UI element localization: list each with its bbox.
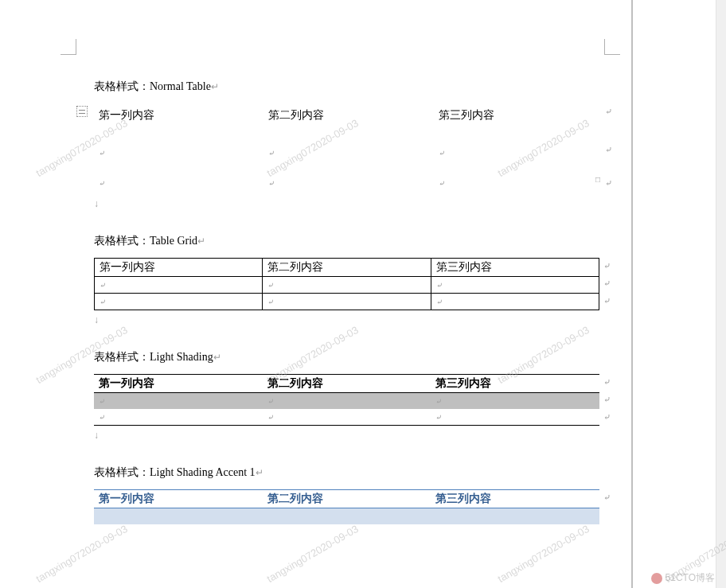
table-wrapper-lightshade: 第一列内容 第二列内容 第三列内容 ⤶ (94, 374, 603, 426)
cell-text: 第一列内容 (100, 261, 155, 273)
table-row (95, 294, 599, 310)
vertical-scrollbar[interactable] (716, 0, 726, 588)
table-cell[interactable] (263, 277, 431, 294)
cell-text: 第二列内容 (268, 109, 324, 121)
table-cell[interactable] (94, 393, 263, 410)
table-cell[interactable] (434, 172, 603, 194)
table-cell[interactable]: 第二列内容 (263, 490, 431, 508)
table-cell[interactable]: 第二列内容 (263, 259, 431, 277)
table-light-shading[interactable]: 第一列内容 第二列内容 第三列内容 (94, 374, 599, 426)
style-prefix: 表格样式： (94, 466, 150, 478)
paragraph-mark-icon (211, 81, 219, 92)
row-end-mark-icon: ⤶ (602, 278, 611, 289)
table-row: 第一列内容 第二列内容 第三列内容 (94, 103, 603, 142)
table-cell[interactable] (263, 172, 433, 194)
cell-mark-icon (435, 412, 442, 422)
cell-text: 第二列内容 (267, 377, 323, 389)
table-cell[interactable] (94, 409, 263, 426)
table-row (94, 508, 599, 524)
table-cell[interactable] (94, 508, 263, 524)
style-prefix: 表格样式： (94, 80, 150, 92)
table-cell[interactable] (431, 508, 599, 524)
table-cell[interactable]: 第二列内容 (263, 103, 433, 142)
table-anchor-icon[interactable] (76, 106, 88, 117)
margin-corner-top-right (604, 39, 620, 55)
table-cell[interactable] (263, 393, 431, 410)
row-end-mark-icon: ⤶ (602, 395, 611, 405)
row-end-mark-icon: ⤶ (602, 377, 611, 387)
table-cell[interactable] (263, 409, 431, 426)
cell-mark-icon (267, 412, 274, 422)
row-end-mark-icon: ⤶ (602, 261, 611, 271)
table-cell[interactable]: 第一列内容 (94, 490, 263, 508)
margin-corner-top-left (60, 39, 76, 55)
cell-mark-icon (268, 178, 275, 188)
table-cell[interactable] (431, 294, 599, 310)
table-cell[interactable]: 第三列内容 (434, 103, 603, 142)
table-cell[interactable]: 第一列内容 (94, 375, 263, 393)
table-cell[interactable] (94, 142, 263, 172)
cell-text: 第三列内容 (435, 377, 491, 389)
table-cell[interactable] (431, 409, 599, 426)
table-cell[interactable] (434, 142, 603, 172)
paragraph-mark-icon (197, 236, 205, 247)
cell-text: 第一列内容 (99, 109, 154, 121)
table-row (94, 393, 599, 410)
document-viewport: 表格样式：Normal Table 第一列内容 第二列内容 第三列内容 (0, 0, 726, 588)
table-row (94, 172, 603, 194)
paragraph-after-table[interactable] (94, 313, 603, 326)
end-cell-mark-icon (595, 175, 600, 184)
paragraph-mark-icon (94, 314, 99, 325)
paragraph-mark-icon (256, 467, 263, 478)
row-end-mark-icon: ⤶ (603, 145, 613, 155)
cell-mark-icon (100, 297, 106, 306)
table-cell[interactable]: 第一列内容 (95, 259, 263, 277)
table-wrapper-accent1: 第一列内容 第二列内容 第三列内容 ⤶ (94, 489, 603, 524)
table-cell[interactable] (263, 142, 433, 172)
table-grid[interactable]: 第一列内容 第二列内容 第三列内容 (94, 258, 599, 310)
page-content[interactable]: 表格样式：Normal Table 第一列内容 第二列内容 第三列内容 (94, 80, 603, 528)
table-light-shading-accent1[interactable]: 第一列内容 第二列内容 第三列内容 (94, 489, 599, 524)
table-normal[interactable]: 第一列内容 第二列内容 第三列内容 (94, 103, 603, 194)
row-end-mark-icon: ⤶ (602, 493, 611, 503)
table-row: 第一列内容 第二列内容 第三列内容 (94, 375, 599, 393)
cell-text: 第一列内容 (99, 377, 154, 389)
cell-mark-icon (439, 148, 445, 158)
right-gutter (633, 0, 726, 588)
cell-text: 第三列内容 (435, 493, 491, 504)
cell-mark-icon (100, 280, 106, 290)
style-label-grid: 表格样式：Table Grid (94, 234, 603, 248)
row-end-mark-icon: ⤶ (603, 107, 613, 117)
table-cell[interactable] (263, 508, 431, 524)
cell-mark-icon (99, 148, 105, 158)
cell-mark-icon (267, 297, 274, 306)
site-watermark-text: 51CTO博客 (666, 571, 715, 585)
table-cell[interactable] (431, 277, 599, 294)
table-cell[interactable]: 第三列内容 (431, 490, 599, 508)
cell-mark-icon (99, 178, 105, 188)
table-cell[interactable] (94, 172, 263, 194)
cell-mark-icon (99, 396, 105, 406)
table-cell[interactable] (431, 393, 599, 410)
cell-text: 第一列内容 (99, 493, 154, 504)
table-wrapper-grid: 第一列内容 第二列内容 第三列内容 ⤶ (94, 258, 603, 310)
cell-text: 第二列内容 (267, 493, 323, 504)
cell-mark-icon (435, 396, 442, 406)
style-name-normal: Normal Table (150, 80, 211, 92)
paragraph-after-table[interactable] (94, 197, 603, 210)
row-end-mark-icon: ⤶ (602, 412, 611, 423)
table-cell[interactable]: 第三列内容 (431, 375, 599, 393)
table-cell[interactable]: 第二列内容 (263, 375, 431, 393)
table-cell[interactable]: 第三列内容 (431, 259, 599, 277)
paragraph-mark-icon (94, 430, 99, 441)
cell-mark-icon (268, 148, 275, 158)
paragraph-after-table[interactable] (94, 429, 603, 442)
table-cell[interactable]: 第一列内容 (94, 103, 263, 142)
table-row: 第一列内容 第二列内容 第三列内容 (95, 259, 599, 277)
table-row (94, 409, 599, 426)
style-prefix: 表格样式： (94, 351, 150, 363)
table-cell[interactable] (95, 294, 263, 310)
table-cell[interactable] (95, 277, 263, 294)
style-name-lightshade: Light Shading (150, 351, 213, 363)
table-cell[interactable] (263, 294, 431, 310)
